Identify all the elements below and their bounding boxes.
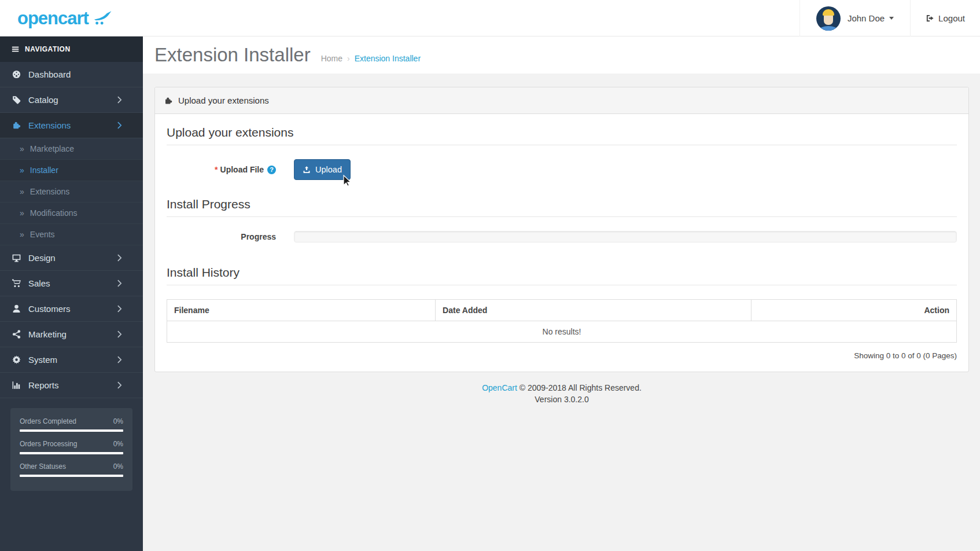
chevron-right-icon <box>115 253 124 263</box>
sidebar-item-label: Customers <box>28 304 115 314</box>
sidebar-subitem-marketplace[interactable]: » Marketplace <box>0 138 143 160</box>
extensions-submenu: » Marketplace » Installer » Extensions »… <box>0 138 143 245</box>
sidebar-item-label: Extensions <box>28 120 115 130</box>
breadcrumb-home-link[interactable]: Home <box>321 54 342 63</box>
copyright-text: © 2009-2018 All Rights Reserved. <box>520 383 642 392</box>
sidebar-subitem-label: Modifications <box>30 208 78 218</box>
sidebar-item-customers[interactable]: Customers <box>0 296 143 322</box>
stat-orders-processing: Orders Processing 0% <box>20 440 123 448</box>
footer-copyright-line: OpenCart © 2009-2018 All Rights Reserved… <box>154 382 969 394</box>
stat-value: 0% <box>113 417 123 425</box>
help-icon[interactable]: ? <box>267 166 276 174</box>
stat-value: 0% <box>113 462 123 471</box>
sidebar-item-catalog[interactable]: Catalog <box>0 87 143 113</box>
sidebar-item-sales[interactable]: Sales <box>0 271 143 296</box>
user-menu-button[interactable]: John Doe <box>800 0 910 36</box>
installer-panel: Upload your extensions Upload your exten… <box>154 87 969 372</box>
column-header-filename: Filename <box>167 300 436 321</box>
sidebar-subitem-installer[interactable]: » Installer <box>0 160 143 181</box>
stat-other-statuses: Other Statuses 0% <box>20 462 123 471</box>
user-name: John Doe <box>848 13 885 23</box>
double-angle-icon: » <box>20 208 24 218</box>
header-user-area: John Doe Logout <box>800 0 980 36</box>
main-content: Extension Installer Home › Extension Ins… <box>143 36 980 551</box>
sidebar-item-reports[interactable]: Reports <box>0 373 143 398</box>
chevron-right-icon <box>115 355 124 365</box>
sidebar-item-marketing[interactable]: Marketing <box>0 322 143 347</box>
footer-version-line: Version 3.0.2.0 <box>154 394 969 405</box>
table-header-row: Filename Date Added Action <box>167 300 957 321</box>
sidebar-subitem-label: Extensions <box>30 187 69 196</box>
sidebar: NAVIGATION Dashboard Catalog Extensions … <box>0 36 143 551</box>
puzzle-icon <box>12 120 21 130</box>
monitor-icon <box>12 253 21 263</box>
tags-icon <box>12 95 21 105</box>
logout-button[interactable]: Logout <box>911 0 980 36</box>
breadcrumb-separator: › <box>347 54 350 63</box>
sidebar-menu: Dashboard Catalog Extensions » Marketpla… <box>0 62 143 398</box>
sidebar-subitem-label: Marketplace <box>30 144 74 153</box>
chevron-right-icon <box>115 95 124 105</box>
upload-icon <box>303 166 311 174</box>
double-angle-icon: » <box>20 187 24 196</box>
sign-out-icon <box>926 14 934 23</box>
stat-bar <box>20 475 123 477</box>
sidebar-item-system[interactable]: System <box>0 347 143 373</box>
table-empty-row: No results! <box>167 321 957 343</box>
opencart-logo[interactable]: opencart <box>17 0 115 36</box>
chevron-right-icon <box>115 304 124 314</box>
stat-label: Orders Processing <box>20 440 77 448</box>
sidebar-item-label: System <box>28 355 115 365</box>
upload-file-label-text: Upload File <box>220 165 264 174</box>
sidebar-item-dashboard[interactable]: Dashboard <box>0 62 143 87</box>
share-icon <box>12 329 21 339</box>
dashboard-icon <box>12 69 21 79</box>
sidebar-item-extensions[interactable]: Extensions <box>0 113 143 138</box>
footer: OpenCart © 2009-2018 All Rights Reserved… <box>154 382 969 417</box>
logo-text: opencart <box>17 8 89 29</box>
sidebar-subitem-modifications[interactable]: » Modifications <box>0 203 143 224</box>
bar-chart-icon <box>12 380 21 390</box>
shopping-cart-icon <box>12 278 21 288</box>
upload-button-label: Upload <box>315 165 342 174</box>
chevron-right-icon <box>115 329 124 339</box>
stat-value: 0% <box>113 440 123 448</box>
sidebar-item-design[interactable]: Design <box>0 245 143 271</box>
no-results-message: No results! <box>167 321 957 343</box>
history-section-legend: Install History <box>167 266 957 285</box>
sidebar-item-label: Reports <box>28 380 115 390</box>
logout-label: Logout <box>938 13 965 23</box>
stat-bar <box>20 452 123 454</box>
content-area: Upload your extensions Upload your exten… <box>143 74 980 417</box>
sidebar-subitem-events[interactable]: » Events <box>0 224 143 245</box>
upload-section-legend: Upload your extensions <box>167 126 957 145</box>
puzzle-icon <box>164 96 173 105</box>
install-history-table: Filename Date Added Action No results! <box>167 299 957 343</box>
page-title: Extension Installer <box>154 44 311 66</box>
sidebar-item-label: Design <box>28 253 115 263</box>
panel-title: Upload your extensions <box>178 95 269 105</box>
sidebar-item-label: Sales <box>28 278 115 288</box>
cart-logo-icon <box>93 10 115 26</box>
opencart-footer-link[interactable]: OpenCart <box>482 383 517 392</box>
required-marker: * <box>215 165 218 174</box>
panel-heading: Upload your extensions <box>155 87 968 114</box>
double-angle-icon: » <box>20 144 24 153</box>
double-angle-icon: » <box>20 166 24 175</box>
sidebar-item-label: Dashboard <box>28 69 131 79</box>
avatar <box>816 6 841 31</box>
stat-label: Orders Completed <box>20 417 76 425</box>
column-header-date-added: Date Added <box>436 300 751 321</box>
hamburger-icon <box>12 45 20 53</box>
upload-file-label: *Upload File? <box>167 165 294 174</box>
nav-title: NAVIGATION <box>25 45 71 53</box>
install-progress-row: Progress <box>167 231 957 243</box>
panel-body: Upload your extensions *Upload File? Upl… <box>155 114 968 372</box>
order-stats-panel: Orders Completed 0% Orders Processing 0%… <box>10 408 132 491</box>
sidebar-subitem-extensions[interactable]: » Extensions <box>0 181 143 203</box>
progress-bar <box>294 231 957 243</box>
sidebar-item-label: Catalog <box>28 95 115 105</box>
breadcrumb-current-link[interactable]: Extension Installer <box>355 54 421 63</box>
upload-button[interactable]: Upload <box>294 159 351 180</box>
results-summary: Showing 0 to 0 of 0 (0 Pages) <box>167 351 957 360</box>
